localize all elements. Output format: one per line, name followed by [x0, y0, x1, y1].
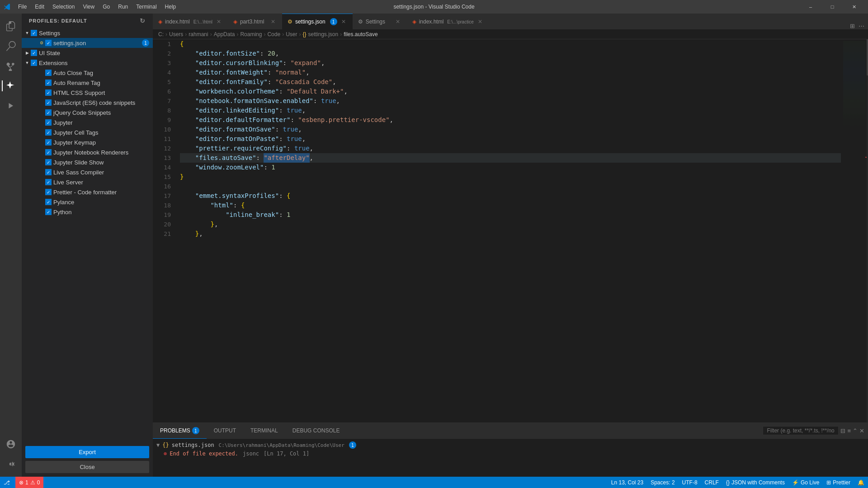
panel-collapse-icon[interactable]: ⌃ — [853, 427, 858, 434]
status-spaces[interactable]: Spaces: 2 — [647, 477, 678, 488]
sidebar-ext-item[interactable]: ✓ jQuery Code Snippets — [22, 108, 153, 117]
menu-go[interactable]: Go — [99, 3, 113, 11]
sidebar-ext-item[interactable]: ✓ Python — [22, 207, 153, 217]
panel-tab-output[interactable]: OUTPUT — [207, 423, 243, 439]
ext-checkbox[interactable]: ✓ — [45, 99, 52, 106]
code-line[interactable]: "files.autoSave": "afterDelay", — [180, 153, 841, 163]
menu-selection[interactable]: Selection — [49, 3, 78, 11]
ext-checkbox[interactable]: ✓ — [45, 139, 52, 145]
sidebar-ext-item[interactable]: ✓ Auto Rename Tag — [22, 78, 153, 88]
settings-checkbox[interactable]: ✓ — [31, 30, 37, 36]
tab-close-icon-2[interactable]: ✕ — [269, 18, 277, 25]
status-line-ending[interactable]: CRLF — [701, 477, 722, 488]
bc-user[interactable]: User — [286, 31, 297, 38]
more-tabs-icon[interactable]: ⋯ — [859, 23, 864, 29]
code-line[interactable]: }, — [180, 229, 841, 239]
bc-code[interactable]: Code — [267, 31, 280, 38]
ext-checkbox[interactable]: ✓ — [45, 129, 52, 136]
sidebar-ext-item[interactable]: ✓ Jupyter Notebook Renderers — [22, 147, 153, 157]
code-line[interactable]: "editor.fontSize": 20, — [180, 49, 841, 58]
bc-settings-json[interactable]: settings.json — [308, 31, 338, 38]
extensions-checkbox[interactable]: ✓ — [31, 60, 37, 66]
code-line[interactable]: "html": { — [180, 201, 841, 210]
sidebar-ext-item[interactable]: ✓ Live Sass Compiler — [22, 167, 153, 177]
activity-account[interactable] — [2, 435, 20, 453]
activity-search[interactable] — [2, 37, 20, 55]
code-line[interactable]: "workbench.colorTheme": "Default Dark+", — [180, 87, 841, 96]
code-line[interactable]: "editor.fontFamily": "Cascadia Code", — [180, 77, 841, 87]
bc-drive[interactable]: C: — [158, 31, 164, 38]
menu-terminal[interactable]: Terminal — [132, 3, 160, 11]
status-errors[interactable]: ⊗ 1 ⚠ 0 — [15, 477, 43, 488]
activity-scm[interactable] — [2, 57, 20, 75]
panel-filter-input[interactable] — [763, 426, 839, 435]
sidebar-item-settings[interactable]: ▼ ✓ Settings — [22, 28, 153, 38]
bc-appdata[interactable]: AppData — [214, 31, 235, 38]
ext-checkbox[interactable]: ✓ — [45, 109, 52, 116]
tab-settings-json[interactable]: ⚙ settings.json 1 ✕ — [282, 14, 353, 29]
settings-json-checkbox[interactable]: ✓ — [45, 40, 52, 46]
code-line[interactable]: "emmet.syntaxProfiles": { — [180, 191, 841, 201]
refresh-icon[interactable]: ↻ — [140, 17, 146, 24]
ext-checkbox[interactable]: ✓ — [45, 70, 52, 76]
sidebar-item-settings-json[interactable]: ⚙ ✓ settings.json 1 — [22, 38, 153, 48]
menu-file[interactable]: File — [14, 3, 30, 11]
status-encoding[interactable]: UTF-8 — [679, 477, 701, 488]
code-line[interactable]: "notebook.formatOnSave.enabled": true, — [180, 96, 841, 106]
status-position[interactable]: Ln 13, Col 23 — [608, 477, 647, 488]
tab-close-icon[interactable]: ✕ — [215, 18, 222, 25]
tab-part3-html[interactable]: ◈ part3.html ✕ — [228, 14, 282, 29]
code-content[interactable]: { "editor.fontSize": 20, "editor.cursorB… — [176, 39, 841, 422]
ext-checkbox[interactable]: ✓ — [45, 169, 52, 175]
panel-wrap-icon[interactable]: ≡ — [847, 427, 851, 434]
code-editor[interactable]: 123456789101112131415161718192021 { "edi… — [153, 39, 868, 422]
panel-tab-debug[interactable]: DEBUG CONSOLE — [285, 423, 347, 439]
code-line[interactable]: "editor.formatOnSave": true, — [180, 125, 841, 134]
ext-checkbox[interactable]: ✓ — [45, 80, 52, 86]
code-line[interactable]: } — [180, 172, 841, 182]
status-go-live[interactable]: ⚡ Go Live — [788, 477, 823, 488]
sidebar-ext-item[interactable]: ✓ Pylance — [22, 197, 153, 207]
sidebar-ext-item[interactable]: ✓ Prettier - Code formatter — [22, 187, 153, 197]
split-editor-icon[interactable]: ⊞ — [850, 23, 855, 29]
code-line[interactable]: { — [180, 39, 841, 49]
problem-group-settings[interactable]: ▼ {} settings.json C:\Users\rahmani\AppD… — [156, 441, 864, 450]
code-line[interactable]: "editor.formatOnPaste": true, — [180, 134, 841, 144]
filter-icon[interactable]: ⊟ — [840, 427, 845, 434]
bc-files-autosave[interactable]: files.autoSave — [344, 31, 377, 38]
status-git-branch[interactable]: ⎇ — [0, 477, 15, 488]
sidebar-ext-item[interactable]: ✓ Jupyter Keymap — [22, 137, 153, 147]
tab-close-active-icon[interactable]: ✕ — [340, 18, 347, 25]
tab-settings[interactable]: ⚙ Settings ✕ — [353, 14, 407, 29]
minimize-button[interactable]: – — [800, 0, 821, 14]
sidebar-ext-item[interactable]: ✓ Jupyter Cell Tags — [22, 127, 153, 137]
ext-checkbox[interactable]: ✓ — [45, 159, 52, 165]
problem-item-1[interactable]: ⊗ End of file expected. jsonc [Ln 17, Co… — [156, 450, 864, 458]
ext-checkbox[interactable]: ✓ — [45, 89, 52, 96]
menu-run[interactable]: Run — [114, 3, 132, 11]
ext-checkbox[interactable]: ✓ — [45, 199, 52, 205]
activity-extensions[interactable] — [2, 77, 20, 95]
menu-view[interactable]: View — [79, 3, 98, 11]
code-line[interactable]: "editor.defaultFormatter": "esbenp.prett… — [180, 115, 841, 125]
code-line[interactable] — [180, 182, 841, 191]
code-line[interactable]: "prettier.requireConfig": true, — [180, 144, 841, 153]
bc-roaming[interactable]: Roaming — [240, 31, 262, 38]
panel-tab-terminal[interactable]: TERMINAL — [243, 423, 285, 439]
activity-run[interactable] — [2, 97, 20, 115]
bc-rahmani[interactable]: rahmani — [189, 31, 208, 38]
panel-tab-problems[interactable]: PROBLEMS 1 — [153, 423, 207, 439]
restore-button[interactable]: □ — [822, 0, 843, 14]
ext-checkbox[interactable]: ✓ — [45, 189, 52, 195]
ui-state-checkbox[interactable]: ✓ — [31, 50, 37, 56]
tab-index-html-1[interactable]: ◈ index.html E:\...\html ✕ — [153, 14, 228, 29]
sidebar-ext-item[interactable]: ✓ HTML CSS Support — [22, 88, 153, 98]
sidebar-ext-item[interactable]: ✓ Auto Close Tag — [22, 68, 153, 78]
menu-edit[interactable]: Edit — [31, 3, 48, 11]
tab-close-3[interactable]: ✕ — [476, 18, 484, 25]
sidebar-item-ui-state[interactable]: ▶ ✓ UI State — [22, 48, 153, 58]
code-line[interactable]: "inline_break": 1 — [180, 210, 841, 220]
close-profile-button[interactable]: Close — [25, 461, 149, 473]
close-button[interactable]: ✕ — [844, 0, 864, 14]
activity-explorer[interactable] — [2, 17, 20, 35]
